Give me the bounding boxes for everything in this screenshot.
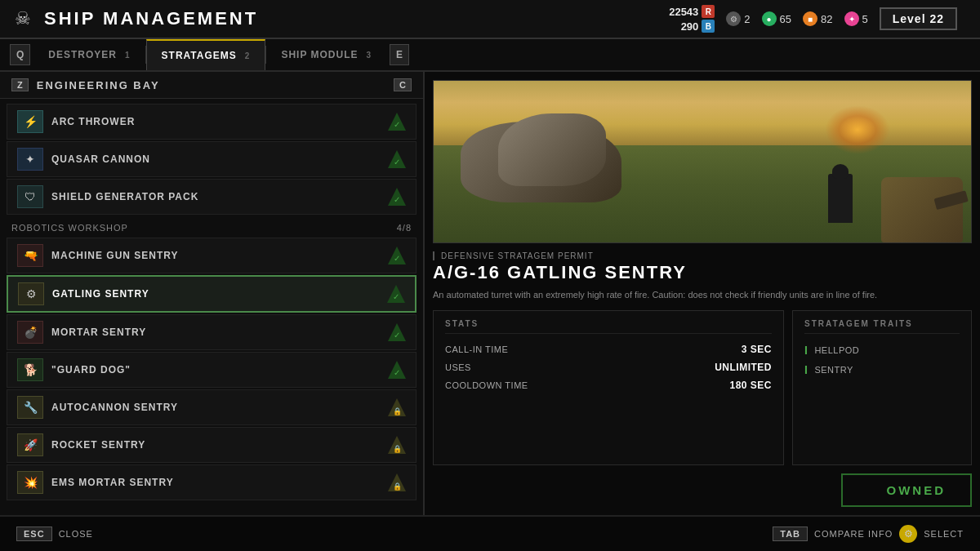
stat4-icon: ✦ <box>844 11 859 26</box>
shield-generator-badge <box>388 188 406 206</box>
nav-key-q[interactable]: Q <box>10 44 30 65</box>
stat3-value: 82 <box>821 13 832 25</box>
req1-icon: R <box>702 5 715 18</box>
stratagem-item-guard-dog[interactable]: 🐕 "GUARD DOG" <box>7 352 416 388</box>
ems-mortar-sentry-icon: 💥 <box>17 471 43 494</box>
page-title: SHIP MANAGEMENT <box>44 8 258 29</box>
quasar-cannon-icon: ✦ <box>17 148 43 171</box>
guard-dog-badge <box>388 361 406 379</box>
tab-stratagems[interactable]: STRATAGEMS 2 <box>146 39 266 70</box>
rocket-sentry-name: ROCKET SENTRY <box>51 439 380 451</box>
close-key[interactable]: ESC <box>16 527 52 541</box>
tab-stratagems-label: STRATAGEMS <box>162 50 237 61</box>
shield-generator-name: SHIELD GENERATOR PACK <box>51 191 380 202</box>
arc-thrower-name: ARC THROWER <box>51 116 380 127</box>
shield-generator-icon: 🛡 <box>17 185 43 208</box>
robotics-workshop-category: ROBOTICS WORKSHOP 4/8 <box>0 216 423 236</box>
stratagem-item-machine-gun-sentry[interactable]: 🔫 MACHINE GUN SENTRY <box>7 238 416 273</box>
mortar-sentry-name: MORTAR SENTRY <box>51 327 380 338</box>
stratagem-item-gatling-sentry[interactable]: ⚙ GATLING SENTRY <box>7 275 416 313</box>
tab-ship-module-num: 3 <box>367 51 372 60</box>
compare-label: COMPARE INFO <box>814 529 893 539</box>
scene-smoke <box>825 105 890 154</box>
tab-destroyer[interactable]: DESTROYER 1 <box>33 39 145 70</box>
nav-key-e[interactable]: E <box>390 44 409 65</box>
header: ☠ SHIP MANAGEMENT 22543 R 290 B ⚙ 2 ● 65… <box>0 0 980 39</box>
robotics-workshop-label: ROBOTICS WORKSHOP <box>11 223 128 233</box>
rocket-sentry-badge <box>388 436 406 454</box>
action-row: OWNED <box>433 473 972 507</box>
trait-hellpod-label: HELLPOD <box>814 345 859 355</box>
resource-req1-value: 22543 <box>669 6 698 18</box>
trait-bullet-2: I <box>804 363 808 376</box>
engineering-bay-title: ENGINEERING BAY <box>37 79 394 91</box>
right-panel: DEFENSIVE STRATAGEM PERMIT A/G-16 GATLIN… <box>425 72 980 515</box>
trait-sentry-label: SENTRY <box>814 365 853 375</box>
check-icon <box>387 285 405 303</box>
tab-ship-module[interactable]: SHIP MODULE 3 <box>266 39 386 70</box>
resource-req2-value: 290 <box>681 20 699 33</box>
quasar-cannon-name: QUASAR CANNON <box>51 153 380 165</box>
autocannon-sentry-icon: 🔧 <box>17 396 43 419</box>
ems-mortar-sentry-name: EMS MORTAR SENTRY <box>51 477 380 488</box>
compare-key[interactable]: TAB <box>773 527 808 541</box>
stratagem-item-mortar-sentry[interactable]: 💣 MORTAR SENTRY <box>7 314 416 350</box>
scene-soldier-head <box>832 164 849 179</box>
scene-soldier <box>828 174 853 223</box>
rocket-sentry-icon: 🚀 <box>17 433 43 456</box>
stratagem-item-shield-generator[interactable]: 🛡 SHIELD GENERATOR PACK <box>7 179 416 215</box>
stat3-icon: ■ <box>803 11 817 26</box>
resource-req1: 22543 R <box>669 5 715 18</box>
resource-group-main: 22543 R 290 B <box>669 5 715 33</box>
trait-hellpod: I HELLPOD <box>804 340 960 360</box>
check-icon <box>388 188 406 206</box>
preview-scene <box>434 81 971 242</box>
select-label: SELECT <box>924 529 964 539</box>
tab-ship-module-label: SHIP MODULE <box>281 49 358 60</box>
stat-row-cooldown: COOLDOWN TIME 180 SEC <box>445 376 772 394</box>
stratagem-list: ⚡ ARC THROWER ✦ QUASAR CANNON 🛡 SHIELD G… <box>0 99 423 515</box>
owned-button[interactable]: OWNED <box>841 473 972 507</box>
resource-stat3: ■ 82 <box>803 11 832 26</box>
lock-icon <box>388 436 406 454</box>
stratagem-item-autocannon-sentry[interactable]: 🔧 AUTOCANNON SENTRY <box>7 389 416 425</box>
select-icon[interactable]: ⚙ <box>899 525 917 543</box>
machine-gun-sentry-icon: 🔫 <box>17 244 43 267</box>
stat-callin-value: 3 SEC <box>742 344 772 355</box>
engineering-bay-key[interactable]: Z <box>11 78 29 91</box>
stratagem-item-rocket-sentry[interactable]: 🚀 ROCKET SENTRY <box>7 427 416 463</box>
gatling-sentry-icon: ⚙ <box>18 282 44 305</box>
tab-destroyer-label: DESTROYER <box>48 49 117 60</box>
item-name: A/G-16 GATLING SENTRY <box>433 262 972 283</box>
stat-row-callin: CALL-IN TIME 3 SEC <box>445 340 772 358</box>
machine-gun-sentry-badge <box>388 247 406 264</box>
stratagem-item-quasar-cannon[interactable]: ✦ QUASAR CANNON <box>7 141 416 177</box>
stat1-icon: ⚙ <box>726 11 741 26</box>
stratagem-item-arc-thrower[interactable]: ⚡ ARC THROWER <box>7 104 416 140</box>
traits-box: STRATAGEM TRAITS I HELLPOD I SENTRY <box>792 310 972 466</box>
robotics-workshop-count: 4/8 <box>397 223 412 233</box>
ems-mortar-sentry-badge <box>388 473 406 491</box>
resource-req2: 290 B <box>681 20 715 33</box>
guard-dog-name: "GUARD DOG" <box>51 364 380 375</box>
stat-cooldown-label: COOLDOWN TIME <box>445 380 528 390</box>
scene-turret-body <box>881 177 963 242</box>
stat-cooldown-value: 180 SEC <box>729 380 772 391</box>
machine-gun-sentry-name: MACHINE GUN SENTRY <box>51 250 380 261</box>
guard-dog-icon: 🐕 <box>17 358 43 381</box>
trait-sentry: I SENTRY <box>804 360 960 380</box>
stat2-value: 65 <box>780 13 791 25</box>
stratagem-item-ems-mortar-sentry[interactable]: 💥 EMS MORTAR SENTRY <box>7 464 416 500</box>
lock-icon <box>388 398 406 416</box>
nav-bar: Q DESTROYER 1 STRATAGEMS 2 SHIP MODULE 3… <box>0 39 980 72</box>
close-label: CLOSE <box>59 529 93 539</box>
engineering-bay-key-right[interactable]: C <box>394 78 412 91</box>
stat-row-uses: USES UNLIMITED <box>445 358 772 376</box>
header-resources: 22543 R 290 B ⚙ 2 ● 65 ■ 82 ✦ 5 <box>669 5 957 33</box>
quasar-cannon-badge <box>388 150 406 168</box>
check-icon <box>388 150 406 168</box>
resource-stat4: ✦ 5 <box>844 11 868 26</box>
tab-stratagems-num: 2 <box>245 51 251 60</box>
check-icon <box>388 247 406 264</box>
item-info: DEFENSIVE STRATAGEM PERMIT A/G-16 GATLIN… <box>433 251 972 302</box>
